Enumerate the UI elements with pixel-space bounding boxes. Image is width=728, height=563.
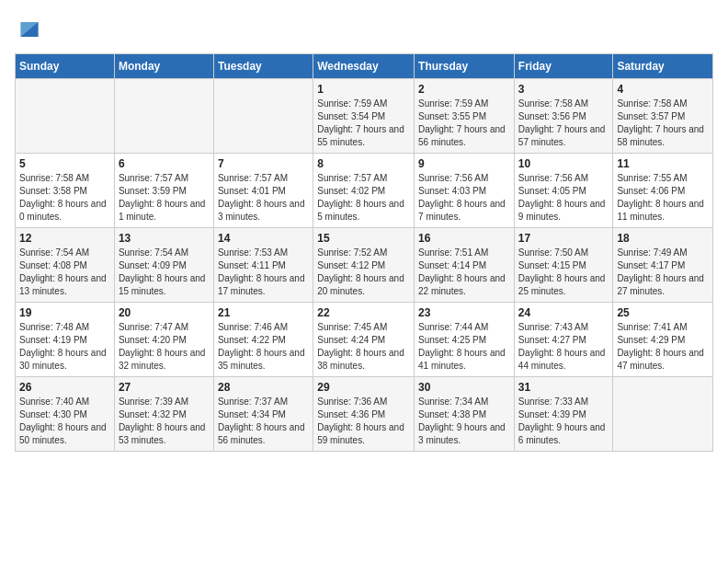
weekday-header-row: SundayMondayTuesdayWednesdayThursdayFrid… (16, 54, 713, 79)
day-info: Sunrise: 7:49 AM Sunset: 4:17 PM Dayligh… (617, 247, 709, 298)
day-number: 14 (218, 232, 309, 245)
day-info: Sunrise: 7:56 AM Sunset: 4:03 PM Dayligh… (418, 172, 510, 224)
day-number: 6 (119, 157, 210, 170)
calendar-week-row: 1Sunrise: 7:59 AM Sunset: 3:54 PM Daylig… (16, 79, 713, 154)
day-info: Sunrise: 7:58 AM Sunset: 3:57 PM Dayligh… (617, 98, 709, 149)
weekday-header-sunday: Sunday (16, 54, 115, 79)
day-number: 12 (19, 232, 110, 245)
day-info: Sunrise: 7:43 AM Sunset: 4:27 PM Dayligh… (518, 321, 609, 373)
weekday-header-monday: Monday (114, 54, 213, 79)
day-info: Sunrise: 7:59 AM Sunset: 3:54 PM Dayligh… (317, 98, 410, 149)
calendar-empty-cell (613, 377, 713, 452)
calendar-day-2: 2Sunrise: 7:59 AM Sunset: 3:55 PM Daylig… (415, 79, 515, 154)
calendar-day-29: 29Sunrise: 7:36 AM Sunset: 4:36 PM Dayli… (313, 377, 415, 452)
calendar-day-4: 4Sunrise: 7:58 AM Sunset: 3:57 PM Daylig… (613, 79, 713, 154)
calendar-day-15: 15Sunrise: 7:52 AM Sunset: 4:12 PM Dayli… (313, 228, 415, 303)
calendar-day-7: 7Sunrise: 7:57 AM Sunset: 4:01 PM Daylig… (213, 154, 313, 228)
weekday-header-saturday: Saturday (613, 54, 713, 79)
calendar-day-13: 13Sunrise: 7:54 AM Sunset: 4:09 PM Dayli… (114, 228, 213, 303)
day-number: 3 (518, 83, 609, 96)
day-info: Sunrise: 7:58 AM Sunset: 3:58 PM Dayligh… (19, 172, 110, 224)
day-number: 5 (19, 157, 110, 170)
calendar-day-25: 25Sunrise: 7:41 AM Sunset: 4:29 PM Dayli… (613, 303, 713, 377)
day-number: 27 (119, 381, 210, 394)
calendar-day-30: 30Sunrise: 7:34 AM Sunset: 4:38 PM Dayli… (415, 377, 515, 452)
calendar-day-20: 20Sunrise: 7:47 AM Sunset: 4:20 PM Dayli… (114, 303, 213, 377)
calendar-day-27: 27Sunrise: 7:39 AM Sunset: 4:32 PM Dayli… (114, 377, 213, 452)
day-info: Sunrise: 7:57 AM Sunset: 4:02 PM Dayligh… (317, 172, 410, 224)
calendar-week-row: 26Sunrise: 7:40 AM Sunset: 4:30 PM Dayli… (16, 377, 713, 452)
weekday-header-thursday: Thursday (415, 54, 515, 79)
day-info: Sunrise: 7:37 AM Sunset: 4:34 PM Dayligh… (218, 396, 309, 447)
day-number: 29 (317, 381, 410, 394)
calendar-day-10: 10Sunrise: 7:56 AM Sunset: 4:05 PM Dayli… (514, 154, 613, 228)
day-number: 9 (418, 157, 510, 170)
day-info: Sunrise: 7:54 AM Sunset: 4:09 PM Dayligh… (119, 247, 210, 298)
day-number: 21 (218, 306, 309, 319)
calendar-day-19: 19Sunrise: 7:48 AM Sunset: 4:19 PM Dayli… (16, 303, 115, 377)
day-info: Sunrise: 7:39 AM Sunset: 4:32 PM Dayligh… (119, 396, 210, 447)
calendar-day-28: 28Sunrise: 7:37 AM Sunset: 4:34 PM Dayli… (213, 377, 313, 452)
calendar-table: SundayMondayTuesdayWednesdayThursdayFrid… (15, 53, 713, 452)
calendar-day-18: 18Sunrise: 7:49 AM Sunset: 4:17 PM Dayli… (613, 228, 713, 303)
calendar-day-14: 14Sunrise: 7:53 AM Sunset: 4:11 PM Dayli… (213, 228, 313, 303)
day-info: Sunrise: 7:56 AM Sunset: 4:05 PM Dayligh… (518, 172, 609, 224)
day-number: 15 (317, 232, 410, 245)
day-info: Sunrise: 7:50 AM Sunset: 4:15 PM Dayligh… (518, 247, 609, 298)
day-info: Sunrise: 7:53 AM Sunset: 4:11 PM Dayligh… (218, 247, 309, 298)
day-number: 19 (19, 306, 110, 319)
calendar-day-24: 24Sunrise: 7:43 AM Sunset: 4:27 PM Dayli… (514, 303, 613, 377)
calendar-day-3: 3Sunrise: 7:58 AM Sunset: 3:56 PM Daylig… (514, 79, 613, 154)
day-info: Sunrise: 7:48 AM Sunset: 4:19 PM Dayligh… (19, 321, 110, 373)
calendar-week-row: 5Sunrise: 7:58 AM Sunset: 3:58 PM Daylig… (16, 154, 713, 228)
day-info: Sunrise: 7:34 AM Sunset: 4:38 PM Dayligh… (418, 396, 510, 447)
calendar-day-9: 9Sunrise: 7:56 AM Sunset: 4:03 PM Daylig… (415, 154, 515, 228)
page-header (15, 15, 713, 44)
day-info: Sunrise: 7:58 AM Sunset: 3:56 PM Dayligh… (518, 98, 609, 149)
day-number: 24 (518, 306, 609, 319)
calendar-day-31: 31Sunrise: 7:33 AM Sunset: 4:39 PM Dayli… (514, 377, 613, 452)
day-info: Sunrise: 7:46 AM Sunset: 4:22 PM Dayligh… (218, 321, 309, 373)
day-number: 20 (119, 306, 210, 319)
day-number: 23 (418, 306, 510, 319)
calendar-day-5: 5Sunrise: 7:58 AM Sunset: 3:58 PM Daylig… (16, 154, 115, 228)
calendar-day-26: 26Sunrise: 7:40 AM Sunset: 4:30 PM Dayli… (16, 377, 115, 452)
day-info: Sunrise: 7:57 AM Sunset: 4:01 PM Dayligh… (218, 172, 309, 224)
calendar-day-22: 22Sunrise: 7:45 AM Sunset: 4:24 PM Dayli… (313, 303, 415, 377)
day-number: 28 (218, 381, 309, 394)
day-info: Sunrise: 7:44 AM Sunset: 4:25 PM Dayligh… (418, 321, 510, 373)
day-number: 31 (518, 381, 609, 394)
weekday-header-friday: Friday (514, 54, 613, 79)
weekday-header-tuesday: Tuesday (213, 54, 313, 79)
calendar-day-6: 6Sunrise: 7:57 AM Sunset: 3:59 PM Daylig… (114, 154, 213, 228)
day-info: Sunrise: 7:45 AM Sunset: 4:24 PM Dayligh… (317, 321, 410, 373)
calendar-day-12: 12Sunrise: 7:54 AM Sunset: 4:08 PM Dayli… (16, 228, 115, 303)
calendar-empty-cell (213, 79, 313, 154)
day-info: Sunrise: 7:33 AM Sunset: 4:39 PM Dayligh… (518, 396, 609, 447)
day-info: Sunrise: 7:59 AM Sunset: 3:55 PM Dayligh… (418, 98, 510, 149)
weekday-header-wednesday: Wednesday (313, 54, 415, 79)
day-number: 30 (418, 381, 510, 394)
calendar-empty-cell (114, 79, 213, 154)
day-info: Sunrise: 7:57 AM Sunset: 3:59 PM Dayligh… (119, 172, 210, 224)
calendar-day-21: 21Sunrise: 7:46 AM Sunset: 4:22 PM Dayli… (213, 303, 313, 377)
logo-icon (15, 15, 44, 44)
day-number: 8 (317, 157, 410, 170)
day-number: 18 (617, 232, 709, 245)
day-info: Sunrise: 7:55 AM Sunset: 4:06 PM Dayligh… (617, 172, 709, 224)
day-number: 7 (218, 157, 309, 170)
day-number: 16 (418, 232, 510, 245)
day-number: 13 (119, 232, 210, 245)
calendar-day-16: 16Sunrise: 7:51 AM Sunset: 4:14 PM Dayli… (415, 228, 515, 303)
day-info: Sunrise: 7:51 AM Sunset: 4:14 PM Dayligh… (418, 247, 510, 298)
day-number: 22 (317, 306, 410, 319)
calendar-day-23: 23Sunrise: 7:44 AM Sunset: 4:25 PM Dayli… (415, 303, 515, 377)
day-number: 2 (418, 83, 510, 96)
calendar-week-row: 12Sunrise: 7:54 AM Sunset: 4:08 PM Dayli… (16, 228, 713, 303)
day-number: 17 (518, 232, 609, 245)
day-info: Sunrise: 7:47 AM Sunset: 4:20 PM Dayligh… (119, 321, 210, 373)
day-number: 26 (19, 381, 110, 394)
day-info: Sunrise: 7:41 AM Sunset: 4:29 PM Dayligh… (617, 321, 709, 373)
calendar-day-11: 11Sunrise: 7:55 AM Sunset: 4:06 PM Dayli… (613, 154, 713, 228)
day-number: 4 (617, 83, 709, 96)
